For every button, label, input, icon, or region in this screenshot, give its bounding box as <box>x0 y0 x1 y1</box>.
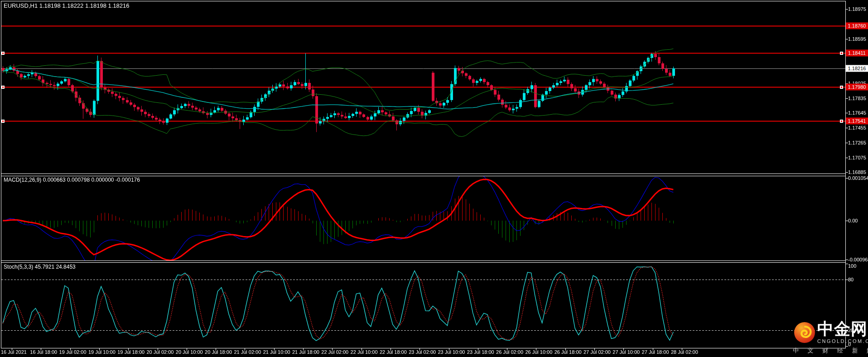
price-tick-label: 1.17835 <box>848 96 866 101</box>
watermark-brand: 中金网 <box>817 321 868 337</box>
price-tick-label: 1.18595 <box>848 36 866 42</box>
time-axis-label: 22 Jul 18:00 <box>380 349 407 355</box>
time-axis-label: 19 Jul 10:00 <box>88 349 116 355</box>
price-tick-label: 1.17455 <box>848 125 866 130</box>
watermark: 中金网 CNGOLD.COM.CN <box>794 321 867 344</box>
price-badge-1.17541: 1.17541 <box>846 118 868 125</box>
price-badge-1.18411: 1.18411 <box>846 50 868 57</box>
stoch-indicator-label: Stoch(5,3,3) 45.7921 24.8453 <box>4 264 76 270</box>
price-badge-1.18760: 1.18760 <box>846 23 868 29</box>
time-axis-label: 27 Jul 18:00 <box>642 349 669 355</box>
price-tick-label: 1.17645 <box>848 110 866 116</box>
time-axis-label: 27 Jul 02:00 <box>583 349 611 355</box>
time-axis-label: 21 Jul 02:00 <box>234 349 261 355</box>
time-axis-label: 26 Jul 02:00 <box>496 349 523 355</box>
time-axis-label: 28 Jul 02:00 <box>671 349 698 355</box>
chart-title-ohlc: EURUSD,H1 1.18198 1.18222 1.18198 1.1821… <box>4 2 130 9</box>
cngold-logo-icon <box>794 322 815 343</box>
macd-tick-label: -0.000964 <box>848 257 868 262</box>
price-badge-1.18216: 1.18216 <box>846 65 868 72</box>
macd-indicator-label: MACD(12,26,9) 0.000663 0.000798 0.000000… <box>4 177 140 183</box>
time-axis-label: 26 Jul 10:00 <box>525 349 552 355</box>
time-axis-label: 20 Jul 10:00 <box>176 349 203 355</box>
macd-tick-label: 0.00 <box>848 218 858 223</box>
time-axis-label: 23 Jul 10:00 <box>438 349 465 355</box>
stoch-tick-label: 100 <box>848 263 856 269</box>
time-axis-label: 27 Jul 10:00 <box>612 349 640 355</box>
price-tick-label: 1.18975 <box>848 6 866 12</box>
time-axis-label: 19 Jul 18:00 <box>117 349 145 355</box>
price-badge-1.17980: 1.17980 <box>846 83 868 90</box>
price-tick-label: 1.16885 <box>848 169 866 175</box>
time-axis-label: 19 Jul 02:00 <box>59 349 87 355</box>
time-axis-label: 21 Jul 10:00 <box>263 349 290 355</box>
time-axis-label: 20 Jul 02:00 <box>147 349 174 355</box>
time-axis-label: 16 Jul 18:00 <box>30 349 57 355</box>
watermark-tagline: 中 文 财 经 新 媒 体 <box>793 347 868 355</box>
time-axis-label: 23 Jul 18:00 <box>467 349 494 355</box>
mt4-chart-window: EURUSD,H1 1.18198 1.18222 1.18198 1.1821… <box>0 0 868 357</box>
watermark-domain: CNGOLD.COM.CN <box>817 338 868 344</box>
time-axis-label: 21 Jul 18:00 <box>292 349 319 355</box>
time-axis-label: 23 Jul 02:00 <box>409 349 436 355</box>
time-axis-label: 16 Jul 2021 <box>1 349 27 355</box>
macd-tick-label: 0.001054 <box>848 175 868 181</box>
stoch-tick-label: 80 <box>848 277 854 282</box>
time-axis-label: 26 Jul 18:00 <box>555 349 582 355</box>
price-tick-label: 1.17075 <box>848 155 866 160</box>
price-tick-label: 1.17265 <box>848 140 866 145</box>
time-axis-label: 22 Jul 10:00 <box>351 349 378 355</box>
time-axis-label: 20 Jul 18:00 <box>205 349 232 355</box>
time-axis-label: 22 Jul 02:00 <box>321 349 348 355</box>
